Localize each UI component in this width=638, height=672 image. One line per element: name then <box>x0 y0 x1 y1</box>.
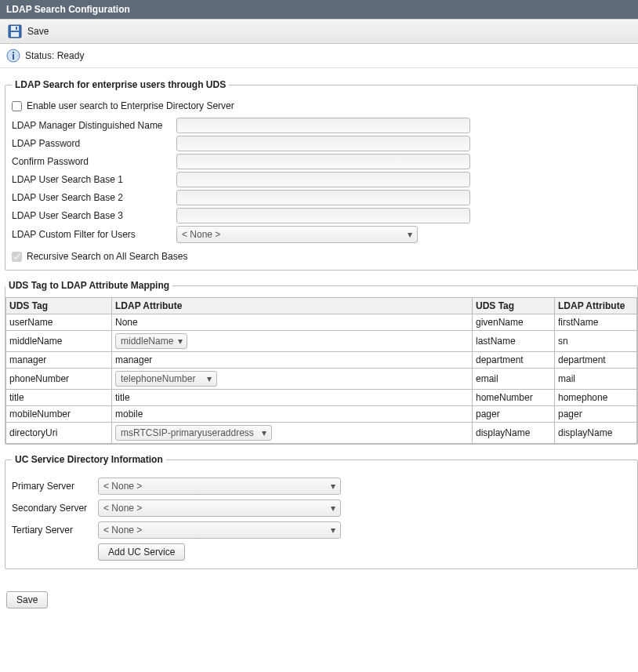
secondary-server-label: Secondary Server <box>12 503 98 514</box>
status-text: Status: Ready <box>25 50 84 61</box>
ldap-attr-select[interactable]: middleName▾ <box>115 333 187 349</box>
uds-tag-cell: homeNumber <box>473 390 555 406</box>
table-row: phoneNumbertelephoneNumber▾emailmail <box>6 369 637 390</box>
search-base-3-label: LDAP User Search Base 3 <box>12 210 176 221</box>
ldap-attr-cell: pager <box>555 406 637 423</box>
uds-mapping-legend: UDS Tag to LDAP Attribute Mapping <box>5 280 172 291</box>
ldap-attr-cell: sn <box>555 331 637 352</box>
header-ldap-attr-1: LDAP Attribute <box>112 298 473 314</box>
chevron-down-icon: ▾ <box>408 229 412 240</box>
primary-server-label: Primary Server <box>12 481 98 492</box>
toolbar: Save <box>0 19 638 44</box>
save-button-bottom[interactable]: Save <box>6 591 48 608</box>
header-uds-tag-1: UDS Tag <box>6 298 112 314</box>
svg-rect-2 <box>11 32 19 37</box>
ldap-dn-input[interactable] <box>176 118 470 133</box>
recursive-search-checkbox[interactable] <box>12 252 22 262</box>
uds-tag-cell: mobileNumber <box>6 406 112 423</box>
table-row: titletitlehomeNumberhomephone <box>6 390 637 406</box>
chevron-down-icon: ▾ <box>331 525 335 536</box>
ldap-attr-cell: firstName <box>555 314 637 331</box>
uds-tag-cell: givenName <box>473 314 555 331</box>
uds-tag-cell: title <box>6 390 112 406</box>
uc-service-legend: UC Service Directory Information <box>12 454 166 465</box>
uds-tag-cell: pager <box>473 406 555 423</box>
tertiary-server-value: < None > <box>103 525 142 536</box>
uds-tag-cell: department <box>473 352 555 369</box>
confirm-password-input[interactable] <box>176 154 470 169</box>
search-base-2-input[interactable] <box>176 190 470 205</box>
ldap-dn-label: LDAP Manager Distinguished Name <box>12 120 176 131</box>
ldap-attr-select[interactable]: msRTCSIP-primaryuseraddress▾ <box>115 425 272 441</box>
svg-rect-1 <box>11 26 19 31</box>
chevron-down-icon: ▾ <box>207 373 212 384</box>
ldap-attr-value: middleName <box>121 336 173 347</box>
ldap-attr-cell: mobile <box>112 406 473 423</box>
ldap-attr-cell: title <box>112 390 473 406</box>
ldap-password-label: LDAP Password <box>12 138 176 149</box>
search-base-3-input[interactable] <box>176 208 470 223</box>
table-row: middleNamemiddleName▾lastNamesn <box>6 331 637 352</box>
secondary-server-select[interactable]: < None > ▾ <box>98 499 341 517</box>
header-uds-tag-2: UDS Tag <box>473 298 555 314</box>
uds-mapping-fieldset: UDS Tag to LDAP Attribute Mapping UDS Ta… <box>5 280 638 445</box>
add-uc-service-button[interactable]: Add UC Service <box>98 543 185 561</box>
primary-server-select[interactable]: < None > ▾ <box>98 478 341 495</box>
svg-rect-5 <box>13 52 14 53</box>
uds-tag-cell: userName <box>6 314 112 331</box>
page-title: LDAP Search Configuration <box>0 0 638 19</box>
tertiary-server-label: Tertiary Server <box>12 525 98 536</box>
table-row: managermanagerdepartmentdepartment <box>6 352 637 369</box>
ldap-attr-cell: telephoneNumber▾ <box>112 369 473 390</box>
enable-user-search-checkbox[interactable] <box>12 101 22 111</box>
uds-tag-cell: middleName <box>6 331 112 352</box>
ldap-attr-cell: mail <box>555 369 637 390</box>
chevron-down-icon: ▾ <box>331 503 335 514</box>
search-base-1-label: LDAP User Search Base 1 <box>12 174 176 185</box>
ldap-attr-cell: middleName▾ <box>112 331 473 352</box>
ldap-attr-cell: manager <box>112 352 473 369</box>
table-row: mobileNumbermobilepagerpager <box>6 406 637 423</box>
custom-filter-label: LDAP Custom Filter for Users <box>12 229 176 240</box>
ldap-search-legend: LDAP Search for enterprise users through… <box>12 79 229 90</box>
chevron-down-icon: ▾ <box>178 336 183 347</box>
ldap-attr-value: telephoneNumber <box>121 373 195 384</box>
uc-service-fieldset: UC Service Directory Information Primary… <box>5 454 638 569</box>
table-row: userNameNonegivenNamefirstName <box>6 314 637 331</box>
chevron-down-icon: ▾ <box>331 481 335 492</box>
svg-rect-6 <box>13 54 14 60</box>
recursive-search-label: Recursive Search on All Search Bases <box>27 251 187 262</box>
status-bar: Status: Ready <box>0 44 638 68</box>
ldap-password-input[interactable] <box>176 136 470 151</box>
ldap-search-fieldset: LDAP Search for enterprise users through… <box>5 79 638 271</box>
uds-tag-cell: lastName <box>473 331 555 352</box>
table-row: directoryUrimsRTCSIP-primaryuseraddress▾… <box>6 423 637 444</box>
ldap-attr-cell: msRTCSIP-primaryuseraddress▾ <box>112 423 473 444</box>
secondary-server-value: < None > <box>103 503 142 514</box>
table-header-row: UDS Tag LDAP Attribute UDS Tag LDAP Attr… <box>6 298 637 314</box>
header-ldap-attr-2: LDAP Attribute <box>555 298 637 314</box>
confirm-password-label: Confirm Password <box>12 156 176 167</box>
ldap-attr-select[interactable]: telephoneNumber▾ <box>115 371 217 387</box>
tertiary-server-select[interactable]: < None > ▾ <box>98 521 341 539</box>
ldap-attr-value: msRTCSIP-primaryuseraddress <box>121 427 254 438</box>
uds-tag-cell: phoneNumber <box>6 369 112 390</box>
custom-filter-select[interactable]: < None > ▾ <box>176 226 418 243</box>
primary-server-value: < None > <box>103 481 142 492</box>
uds-tag-cell: email <box>473 369 555 390</box>
mapping-table: UDS Tag LDAP Attribute UDS Tag LDAP Attr… <box>5 297 637 444</box>
ldap-attr-cell: displayName <box>555 423 637 444</box>
custom-filter-value: < None > <box>182 229 220 240</box>
info-icon <box>6 49 20 63</box>
uds-tag-cell: displayName <box>473 423 555 444</box>
save-button[interactable]: Save <box>27 26 49 37</box>
uds-tag-cell: manager <box>6 352 112 369</box>
save-icon[interactable] <box>6 23 24 40</box>
search-base-2-label: LDAP User Search Base 2 <box>12 192 176 203</box>
enable-user-search-label: Enable user search to Enterprise Directo… <box>27 100 234 111</box>
svg-rect-3 <box>16 27 17 30</box>
ldap-attr-cell: department <box>555 352 637 369</box>
ldap-attr-cell: homephone <box>555 390 637 406</box>
ldap-attr-cell: None <box>112 314 473 331</box>
search-base-1-input[interactable] <box>176 172 470 187</box>
